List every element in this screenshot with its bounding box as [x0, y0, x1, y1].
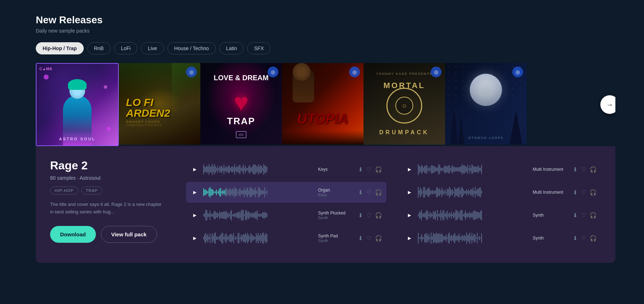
track-headphones-icon[interactable]: 🎧 — [590, 212, 597, 219]
tab-latin[interactable]: Latin — [219, 42, 244, 54]
track-headphones-icon[interactable]: 🎧 — [375, 166, 382, 173]
album-heart-moon[interactable]: ◎ — [512, 67, 523, 77]
track-name: Organ — [318, 188, 354, 193]
track-play-btn[interactable]: ▶ — [405, 234, 414, 242]
album-art-lofi: LO FIARDEN2 SMOKEY LOOPS CONSTRUCTION BI… — [119, 63, 200, 145]
tab-sfx[interactable]: SFX — [247, 42, 270, 54]
tab-house-techno[interactable]: House / Techno — [167, 42, 216, 54]
track-waveform — [418, 163, 528, 176]
track-heart-icon[interactable]: ♡ — [581, 189, 586, 196]
track-actions: ⬇ ♡ 🎧 — [358, 212, 382, 219]
track-row: ▶ Synth ⬇ ♡ 🎧 — [401, 205, 601, 226]
filter-tabs: Hip-Hop / Trap RnB LoFi Live House / Tec… — [36, 42, 615, 54]
track-name: Keys — [318, 167, 354, 172]
heart-icon-mortal: ◎ — [434, 69, 438, 75]
track-play-btn[interactable]: ▶ — [190, 211, 199, 219]
album-art-lovedream: ♥ LOVE & DREAM TRAP ⊟⊟ ◎ — [200, 63, 282, 145]
track-row: ▶ Synth Plucked Synth ⬇ ♡ 🎧 — [186, 205, 386, 226]
track-type: Synth — [318, 216, 354, 220]
album-heart-lofi[interactable]: ◎ — [186, 67, 197, 77]
track-name: Multi Instrument — [533, 190, 569, 195]
expanded-panel: Rage 2 80 samples · Astrosoul HIP-HOP TR… — [36, 146, 615, 263]
album-heart-lovedream[interactable]: ◎ — [268, 67, 278, 77]
track-label: Synth Pad Synth — [318, 233, 354, 243]
track-play-btn[interactable]: ▶ — [405, 165, 414, 174]
track-download-icon[interactable]: ⬇ — [358, 235, 363, 242]
album-row: ASTRO SOUL C▲MA LO FIARDEN2 SMOKEY LOOPS… — [36, 63, 615, 146]
track-play-btn[interactable]: ▶ — [405, 188, 414, 197]
track-row: ▶ Keys ⬇ ♡ 🎧 — [186, 159, 386, 180]
track-label: Organ Keys — [318, 188, 354, 197]
track-label: Multi Instrument — [533, 167, 569, 172]
heart-icon-lovedream: ◎ — [271, 69, 275, 75]
track-label: Synth — [533, 213, 569, 218]
pack-title: Rage 2 — [50, 159, 165, 172]
next-arrow-icon: → — [606, 101, 613, 109]
pack-description: The title and cover says it all, Rage 2 … — [50, 201, 165, 216]
tracks-container: ▶ Keys ⬇ ♡ 🎧 ▶ Multi — [186, 159, 601, 248]
track-heart-icon[interactable]: ♡ — [581, 166, 586, 173]
track-row: ▶ Organ Keys ⬇ ♡ 🎧 — [186, 182, 386, 203]
track-play-btn[interactable]: ▶ — [405, 211, 414, 219]
track-row: ▶ Synth Pad Synth ⬇ ♡ 🎧 — [186, 228, 386, 248]
track-actions: ⬇ ♡ 🎧 — [573, 235, 597, 242]
track-headphones-icon[interactable]: 🎧 — [590, 189, 597, 196]
tab-hip-hop-trap[interactable]: Hip-Hop / Trap — [36, 42, 84, 54]
track-download-icon[interactable]: ⬇ — [573, 235, 577, 242]
track-download-icon[interactable]: ⬇ — [358, 166, 363, 173]
track-play-btn[interactable]: ▶ — [190, 165, 199, 174]
album-card-lofi[interactable]: LO FIARDEN2 SMOKEY LOOPS CONSTRUCTION BI… — [119, 63, 200, 145]
track-headphones-icon[interactable]: 🎧 — [375, 212, 382, 219]
tab-rnb[interactable]: RnB — [87, 42, 111, 54]
album-heart-mortal[interactable]: ◎ — [431, 67, 441, 77]
track-headphones-icon[interactable]: 🎧 — [375, 189, 382, 196]
track-waveform — [203, 208, 314, 222]
track-download-icon[interactable]: ⬇ — [573, 189, 577, 196]
page-wrapper: New Releases Daily new sample packs Hip-… — [0, 0, 644, 263]
track-download-icon[interactable]: ⬇ — [573, 212, 577, 219]
track-download-icon[interactable]: ⬇ — [358, 189, 363, 196]
action-buttons: Download View full pack — [50, 226, 165, 243]
track-row: ▶ Multi Instrument ⬇ ♡ 🎧 — [401, 159, 601, 180]
track-heart-icon[interactable]: ♡ — [581, 235, 586, 242]
track-waveform — [203, 185, 314, 199]
track-waveform — [203, 231, 314, 245]
track-heart-icon[interactable]: ♡ — [366, 189, 371, 196]
track-label: Synth Plucked Synth — [318, 211, 354, 220]
track-play-btn[interactable]: ▶ — [190, 234, 199, 242]
track-heart-icon[interactable]: ♡ — [581, 212, 586, 219]
album-heart-utopia[interactable]: ◎ — [349, 67, 360, 77]
track-actions: ⬇ ♡ 🎧 — [573, 189, 597, 196]
track-headphones-icon[interactable]: 🎧 — [590, 166, 597, 173]
panel-left: Rage 2 80 samples · Astrosoul HIP-HOP TR… — [50, 159, 165, 243]
tab-live[interactable]: Live — [141, 42, 164, 54]
pack-meta: 80 samples · Astrosoul — [50, 175, 165, 181]
track-actions: ⬇ ♡ 🎧 — [358, 189, 382, 196]
track-label: Synth — [533, 236, 569, 241]
track-row: ▶ Synth ⬇ ♡ 🎧 — [401, 228, 601, 248]
track-play-btn[interactable]: ▶ — [190, 188, 199, 197]
track-download-icon[interactable]: ⬇ — [358, 212, 363, 219]
album-card-utopia[interactable]: UTOPIA ◎ — [282, 63, 364, 145]
download-button[interactable]: Download — [50, 226, 96, 243]
album-card-lovedream[interactable]: ♥ LOVE & DREAM TRAP ⊟⊟ ◎ — [200, 63, 282, 145]
track-actions: ⬇ ♡ 🎧 — [358, 166, 382, 173]
track-heart-icon[interactable]: ♡ — [366, 235, 371, 242]
tab-lofi[interactable]: LoFi — [114, 42, 137, 54]
track-headphones-icon[interactable]: 🎧 — [375, 235, 382, 242]
track-download-icon[interactable]: ⬇ — [573, 166, 577, 173]
track-headphones-icon[interactable]: 🎧 — [590, 235, 597, 242]
track-row: ▶ Multi Instrument ⬇ ♡ 🎧 — [401, 182, 601, 203]
next-arrow-button[interactable]: → — [600, 95, 615, 114]
track-label: Multi Instrument — [533, 190, 569, 195]
view-full-pack-button[interactable]: View full pack — [101, 226, 157, 243]
track-heart-icon[interactable]: ♡ — [366, 212, 371, 219]
album-card-mortal[interactable]: YOHNNY KAGE PRESENTS MORTAL ○ DRUMPACK ◎ — [364, 63, 445, 145]
track-heart-icon[interactable]: ♡ — [366, 166, 371, 173]
page-title: New Releases — [36, 14, 615, 26]
tag-trap: TRAP — [81, 187, 102, 194]
album-card-rage2[interactable]: ASTRO SOUL C▲MA — [36, 63, 119, 146]
album-card-moon[interactable]: OTOMOO LOOPS ◎ — [445, 63, 527, 145]
album-art-moon: OTOMOO LOOPS ◎ — [445, 63, 527, 145]
track-name: Synth Plucked — [318, 211, 354, 216]
